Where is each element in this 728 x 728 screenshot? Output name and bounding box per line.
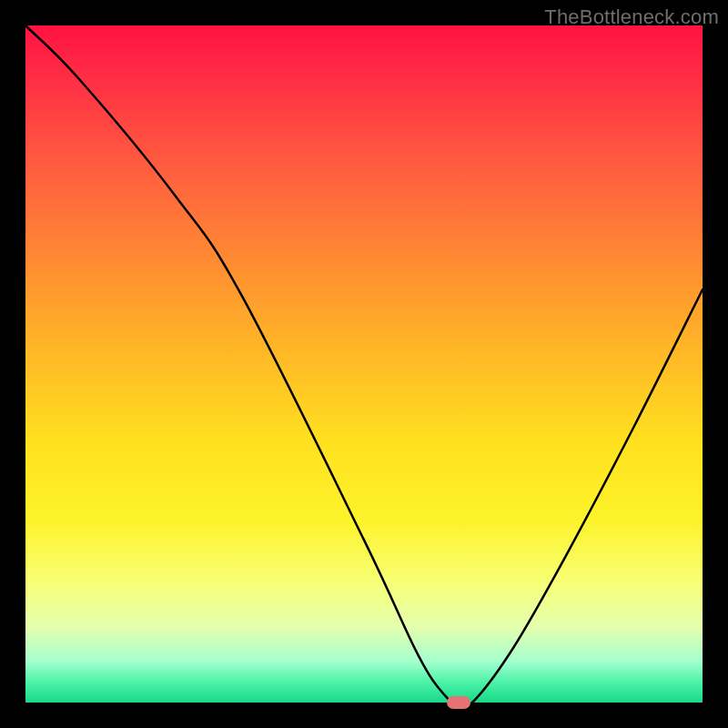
chart-frame: TheBottleneck.com: [0, 0, 728, 728]
bottleneck-curve: [25, 25, 703, 703]
watermark-text: TheBottleneck.com: [544, 5, 719, 29]
curve-path: [25, 25, 703, 707]
plot-area: [25, 25, 703, 703]
optimum-marker: [447, 696, 470, 709]
